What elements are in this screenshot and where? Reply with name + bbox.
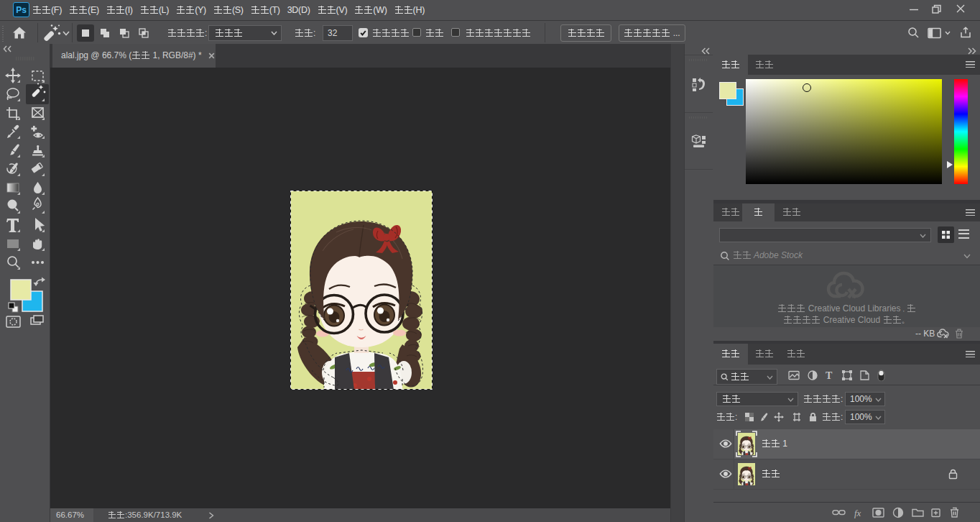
svg-text:T: T bbox=[826, 370, 833, 381]
svg-text:fx: fx bbox=[854, 508, 861, 518]
